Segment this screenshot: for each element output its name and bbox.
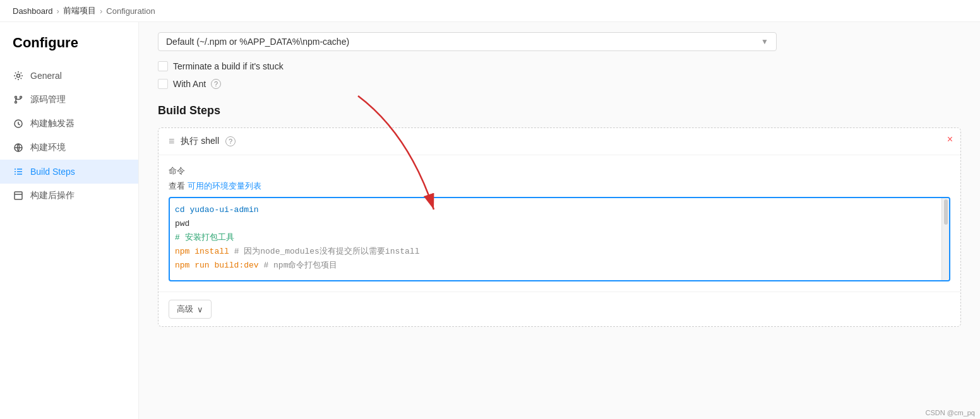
card-body: 命令 查看 可用的环境变量列表 cd yudao-ui-admin pwd # … <box>158 155 960 292</box>
watermark: CSDN @cm_pq <box>926 409 975 416</box>
build-steps-title: Build Steps <box>158 104 961 117</box>
npm-cache-dropdown-row: Default (~/.npm or %APP_DATA%\npm-cache)… <box>158 32 961 51</box>
svg-point-2 <box>15 102 17 103</box>
main-content: Default (~/.npm or %APP_DATA%\npm-cache)… <box>139 22 980 419</box>
sidebar: Configure General 源码管理 <box>0 22 139 419</box>
box-icon <box>13 190 24 201</box>
card-footer: 高级 ∨ <box>158 292 960 326</box>
editor-scrollbar[interactable] <box>941 198 949 280</box>
close-button[interactable]: × <box>947 134 953 145</box>
sidebar-item-trigger[interactable]: 构建触发器 <box>0 112 138 136</box>
svg-rect-6 <box>15 192 22 199</box>
sidebar-label-general: General <box>30 71 62 81</box>
sidebar-item-general[interactable]: General <box>0 64 138 88</box>
card-help-icon[interactable]: ? <box>225 136 236 146</box>
npm-cache-select[interactable]: Default (~/.npm or %APP_DATA%\npm-cache)… <box>158 32 777 51</box>
sidebar-label-trigger: 构建触发器 <box>30 118 75 129</box>
command-label: 命令 <box>169 165 950 177</box>
breadcrumb: Dashboard › 前端项目 › Configuration <box>0 0 980 22</box>
svg-point-0 <box>17 74 20 78</box>
with-ant-checkbox-row: With Ant ? <box>158 79 961 89</box>
drag-handle-icon[interactable]: ≡ <box>169 136 174 147</box>
code-line-3: # 安装打包工具 <box>175 231 935 245</box>
advanced-button[interactable]: 高级 ∨ <box>169 300 212 319</box>
card-header: ≡ 执行 shell ? × <box>158 128 960 155</box>
code-display[interactable]: cd yudao-ui-admin pwd # 安装打包工具 npm insta… <box>170 198 949 280</box>
sidebar-title: Configure <box>0 35 138 64</box>
sidebar-item-post-build[interactable]: 构建后操作 <box>0 184 138 208</box>
advanced-label: 高级 <box>177 304 193 315</box>
env-prefix: 查看 <box>169 181 185 191</box>
with-ant-help-icon[interactable]: ? <box>211 79 221 89</box>
editor-scrollbar-thumb <box>944 199 948 225</box>
chevron-down-icon: ▼ <box>761 37 768 46</box>
branch-icon <box>13 94 24 105</box>
breadcrumb-current: Configuration <box>106 6 155 16</box>
editor-container: cd yudao-ui-admin pwd # 安装打包工具 npm insta… <box>169 197 950 281</box>
build-step-card: ≡ 执行 shell ? × 命令 查看 可用的环境变量列表 cd yudao-… <box>158 127 961 327</box>
sidebar-item-source[interactable]: 源码管理 <box>0 88 138 112</box>
with-ant-label: With Ant <box>173 79 206 89</box>
code-line-4: npm install # 因为node_modules没有提交所以需要inst… <box>175 245 935 259</box>
sidebar-label-env: 构建环境 <box>30 142 66 153</box>
list-icon <box>13 166 24 177</box>
clock-icon <box>13 118 24 129</box>
sidebar-label-source: 源码管理 <box>30 94 66 105</box>
globe-icon <box>13 142 24 153</box>
code-line-5: npm run build:dev # npm命令打包项目 <box>175 259 935 273</box>
code-editor-wrapper: cd yudao-ui-admin pwd # 安装打包工具 npm insta… <box>169 197 950 281</box>
code-line-2: pwd <box>175 217 935 231</box>
svg-point-1 <box>15 97 17 98</box>
sidebar-label-post-build: 构建后操作 <box>30 190 75 201</box>
npm-cache-value: Default (~/.npm or %APP_DATA%\npm-cache) <box>166 37 349 47</box>
svg-point-3 <box>20 97 22 98</box>
with-ant-checkbox[interactable] <box>158 79 168 89</box>
terminate-checkbox-row: Terminate a build if it's stuck <box>158 61 961 71</box>
breadcrumb-project[interactable]: 前端项目 <box>63 5 96 16</box>
sidebar-label-build-steps: Build Steps <box>30 167 75 177</box>
breadcrumb-dashboard[interactable]: Dashboard <box>13 6 53 16</box>
card-title: 执行 shell <box>181 136 219 147</box>
chevron-down-icon: ∨ <box>197 305 203 314</box>
env-link[interactable]: 可用的环境变量列表 <box>188 181 261 191</box>
terminate-checkbox[interactable] <box>158 61 168 71</box>
sidebar-item-build-steps[interactable]: Build Steps <box>0 160 138 184</box>
env-label-row: 查看 可用的环境变量列表 <box>169 180 950 192</box>
gear-icon <box>13 70 24 81</box>
terminate-label: Terminate a build if it's stuck <box>173 61 284 71</box>
sidebar-item-env[interactable]: 构建环境 <box>0 136 138 160</box>
code-line-1: cd yudao-ui-admin <box>175 203 935 217</box>
